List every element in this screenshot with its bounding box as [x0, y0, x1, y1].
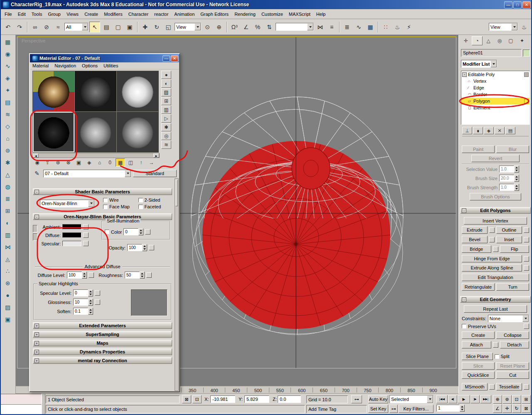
spin-up-icon[interactable] [515, 167, 518, 168]
stack-item-border[interactable]: ◠ Border [461, 91, 530, 98]
roughness-map-button[interactable] [146, 272, 152, 278]
bridge-settings-button[interactable] [493, 247, 498, 252]
basic-parameters-rollout-header[interactable]: - Oren-Nayar-Blinn Basic Parameters [33, 213, 172, 220]
maxscript-mini-listener[interactable] [0, 394, 42, 404]
material-editor-icon[interactable]: ∷ [380, 22, 391, 32]
select-rotate-icon[interactable]: ↻ [151, 22, 162, 32]
selection-value-spinner[interactable]: 1.0 [499, 166, 519, 173]
show-map-in-viewport-icon[interactable]: ▦ [116, 158, 125, 167]
menu-views[interactable]: Views [64, 10, 81, 18]
render-view-dropdown[interactable]: View [489, 23, 518, 31]
minimize-button[interactable]: — [163, 55, 170, 62]
menu-tools[interactable]: Tools [29, 10, 45, 18]
select-scale-icon[interactable]: ◱ [163, 22, 174, 32]
edit-polygons-rollout-header[interactable]: - Edit Polygons [460, 207, 531, 214]
create-button[interactable]: Create [462, 331, 495, 339]
material-sample-slot-2[interactable] [75, 71, 116, 111]
material-sample-slot-5[interactable] [75, 112, 116, 152]
viewport-label[interactable]: Perspective [22, 38, 45, 43]
spin-down-icon[interactable] [461, 409, 463, 410]
z-coordinate-field[interactable]: 0.0 [278, 395, 301, 403]
inset-settings-button[interactable] [524, 237, 529, 242]
brush-size-spinner[interactable]: 20.0 [499, 175, 519, 182]
outline-settings-button[interactable] [524, 227, 529, 233]
material-sample-slot-4-active[interactable] [33, 112, 74, 152]
tab-create-icon[interactable]: ✛ [461, 36, 471, 45]
stack-item-edge[interactable]: ∕ Edge [461, 84, 530, 91]
backlight-icon[interactable]: ◐ [161, 79, 171, 88]
spin-up-icon[interactable] [83, 273, 86, 274]
specular-level-spinner[interactable]: 0 [73, 289, 93, 296]
remove-modifier-icon[interactable]: ✕ [495, 127, 505, 134]
play-animation-icon[interactable]: ▶ [458, 395, 470, 403]
menu-reactor[interactable]: reactor [151, 10, 171, 18]
menu-navigation[interactable]: Navigation [54, 63, 76, 68]
stack-item-editable-poly[interactable]: - Editable Poly [461, 71, 530, 78]
paint-button[interactable]: Paint [462, 146, 495, 153]
make-material-copy-icon[interactable]: ▣ [74, 158, 84, 167]
material-sample-slot-6[interactable] [117, 112, 158, 152]
scroll-left-icon[interactable]: ◀ [33, 153, 39, 158]
minimize-button[interactable]: — [504, 1, 512, 8]
next-frame-icon[interactable]: |▶ [470, 395, 480, 403]
spin-up-icon[interactable] [141, 273, 143, 274]
spin-up-icon[interactable] [515, 185, 518, 187]
msmooth-settings-button[interactable] [489, 384, 495, 390]
key-filter-icon[interactable]: ⊶ [389, 405, 398, 413]
left-toolbar-button[interactable]: ● [2, 290, 13, 301]
set-key-button[interactable]: Set Key [368, 405, 388, 413]
tessellate-settings-button[interactable] [524, 384, 529, 390]
material-type-button[interactable]: Standard [133, 170, 177, 177]
specular-map-button[interactable] [83, 241, 89, 246]
pick-material-icon[interactable]: ✎ [32, 169, 42, 178]
sample-slots-scrollbar[interactable]: ◀ ▶ [32, 153, 160, 158]
menu-animation[interactable]: Animation [171, 10, 197, 18]
tessellate-button[interactable]: Tessellate [496, 383, 522, 390]
left-toolbar-button[interactable]: ∿ [2, 61, 13, 72]
specular-color-swatch[interactable] [62, 241, 81, 246]
menu-create[interactable]: Create [81, 10, 101, 18]
spin-down-icon[interactable] [515, 179, 518, 180]
spin-down-icon[interactable] [141, 276, 143, 277]
self-illum-color-checkbox[interactable] [105, 230, 109, 234]
arc-rotate-icon[interactable]: ↻ [512, 404, 521, 413]
soften-spinner[interactable]: 0.1 [73, 308, 93, 315]
preserve-uvs-checkbox[interactable] [462, 324, 466, 329]
left-toolbar-button[interactable]: ⌂ [2, 133, 13, 144]
left-toolbar-button[interactable]: ◉ [2, 49, 13, 59]
left-toolbar-button[interactable]: ◐ [2, 217, 13, 228]
reset-plane-button[interactable]: Reset Plane [496, 362, 529, 370]
curve-editor-icon[interactable]: ∿ [353, 22, 364, 32]
current-frame-spinner[interactable]: 1 [436, 405, 465, 412]
tab-utilities-icon[interactable]: ✦ [517, 36, 527, 45]
select-object-button[interactable]: ↖ [89, 22, 100, 32]
quickslice-button[interactable]: QuickSlice [462, 371, 495, 379]
left-toolbar-button[interactable]: ✦ [2, 85, 13, 96]
spin-down-icon[interactable] [89, 312, 92, 314]
hinge-settings-button[interactable] [524, 256, 529, 262]
sample-uv-tiling-icon[interactable]: ⊞ [161, 97, 171, 105]
menu-help[interactable]: Help [313, 10, 329, 18]
spin-up-icon[interactable] [89, 309, 92, 311]
retriangulate-button[interactable]: Retriangulate [462, 283, 495, 291]
video-color-check-icon[interactable]: ▥ [161, 106, 171, 114]
msmooth-button[interactable]: MSmooth [462, 383, 488, 390]
menu-group[interactable]: Group [45, 10, 64, 18]
selection-filter-dropdown[interactable]: All [64, 23, 89, 31]
brush-options-button[interactable]: Brush Options [470, 193, 521, 200]
menu-options[interactable]: Options [82, 63, 98, 68]
auto-key-button[interactable]: Auto Key [368, 395, 388, 403]
pin-stack-icon[interactable]: ⊥ [462, 127, 472, 134]
bevel-button[interactable]: Bevel [462, 236, 488, 243]
schematic-view-icon[interactable]: ▦ [365, 22, 376, 32]
stack-item-element[interactable]: ◻ Element [461, 104, 530, 111]
unlink-icon[interactable]: ⊘ [41, 22, 52, 32]
attach-button[interactable]: Attach [462, 341, 491, 348]
diffuse-color-swatch[interactable] [62, 232, 81, 238]
outline-button[interactable]: Outline [496, 226, 522, 234]
opacity-map-button[interactable] [149, 245, 154, 250]
reference-coordinate-dropdown[interactable]: View [175, 23, 201, 31]
maximize-button[interactable]: □ [513, 1, 522, 8]
zoom-extents-all-icon[interactable]: ⊞ [522, 395, 531, 404]
key-mode-dropdown[interactable]: Selected [389, 395, 433, 403]
